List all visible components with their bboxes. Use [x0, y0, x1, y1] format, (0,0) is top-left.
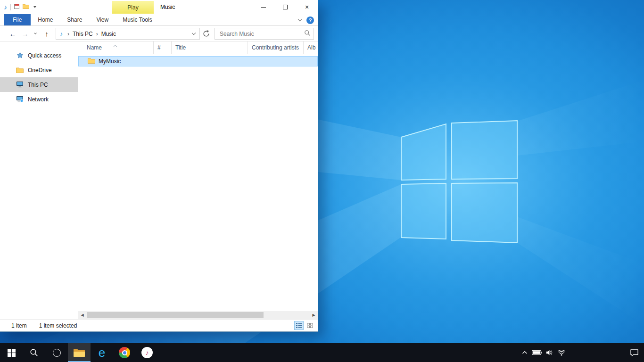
- taskbar-internet-explorer-button[interactable]: e: [91, 343, 113, 362]
- forward-button[interactable]: →: [19, 26, 31, 41]
- item-count: 1 item: [11, 322, 27, 329]
- tray-expand-icon[interactable]: [519, 343, 531, 362]
- wifi-network-icon[interactable]: [555, 343, 568, 362]
- minimize-button[interactable]: [253, 0, 274, 14]
- file-name: MyMusic: [99, 58, 121, 65]
- search-icon: [30, 348, 38, 357]
- music-folder-icon: ♪: [60, 31, 63, 37]
- scroll-right-icon[interactable]: ▶: [310, 311, 318, 319]
- taskbar-file-explorer-button[interactable]: [68, 343, 91, 362]
- tab-file[interactable]: File: [4, 14, 31, 25]
- tab-share[interactable]: Share: [60, 14, 89, 25]
- back-button[interactable]: ←: [7, 26, 19, 41]
- sidebar-item-this-pc[interactable]: This PC: [0, 77, 78, 92]
- caption-buttons: ×: [253, 0, 318, 14]
- this-pc-icon: [16, 81, 24, 88]
- taskbar-itunes-button[interactable]: ♪: [136, 343, 158, 362]
- scrollbar-thumb[interactable]: [87, 312, 264, 318]
- network-icon: [16, 96, 24, 103]
- tray-spacer: [568, 343, 624, 362]
- tab-music-tools[interactable]: Music Tools: [116, 14, 159, 25]
- taskbar: e ♪: [0, 343, 644, 362]
- sort-ascending-icon: [113, 42, 117, 49]
- breadcrumb-this-pc[interactable]: This PC: [72, 31, 94, 37]
- itunes-icon: ♪: [141, 347, 153, 358]
- search-input[interactable]: [219, 30, 304, 38]
- up-button[interactable]: ↑: [41, 26, 53, 41]
- battery-icon[interactable]: [531, 343, 543, 362]
- column-header-number[interactable]: #: [154, 41, 172, 54]
- status-bar: 1 item 1 item selected: [0, 319, 318, 331]
- tab-view[interactable]: View: [89, 14, 116, 25]
- file-explorer-icon: [73, 348, 85, 357]
- internet-explorer-icon: e: [99, 346, 105, 359]
- navigation-pane: Quick access OneDrive This PC Network: [0, 41, 78, 319]
- volume-icon[interactable]: [543, 343, 555, 362]
- help-icon[interactable]: ?: [306, 16, 314, 24]
- minimize-icon: [261, 7, 266, 8]
- ribbon-expand-chevron-icon[interactable]: [298, 17, 302, 21]
- system-tray: [519, 343, 644, 362]
- recent-locations-chevron-icon[interactable]: [32, 26, 39, 41]
- file-list: Name # Title Contributing artists Alb My…: [78, 41, 318, 319]
- large-icons-view-button[interactable]: [305, 321, 314, 330]
- refresh-icon[interactable]: [203, 30, 210, 39]
- ribbon-tab-row: File Home Share View Music Tools ?: [0, 14, 318, 26]
- onedrive-icon: [16, 67, 24, 73]
- qat-separator: [10, 4, 11, 10]
- qat-customize-chevron-icon[interactable]: [33, 6, 36, 8]
- selection-count: 1 item selected: [39, 322, 77, 329]
- music-app-icon: ♪: [4, 4, 7, 10]
- navigation-bar: ← → ↑ ♪ › This PC › Music: [0, 26, 318, 41]
- windows-logo-icon: [8, 349, 16, 357]
- close-icon: ×: [305, 3, 309, 11]
- breadcrumb-music[interactable]: Music: [100, 31, 117, 37]
- new-folder-icon[interactable]: [23, 4, 29, 10]
- sidebar-item-label: OneDrive: [28, 67, 52, 74]
- search-icon[interactable]: [304, 30, 311, 38]
- quick-access-star-icon: [16, 52, 24, 59]
- file-row-mymusic[interactable]: MyMusic: [78, 56, 318, 66]
- sidebar-item-label: This PC: [28, 82, 48, 88]
- maximize-button[interactable]: [274, 0, 296, 14]
- window-title: Music: [160, 0, 175, 14]
- quick-access-toolbar: ♪: [4, 0, 36, 14]
- sidebar-item-label: Network: [28, 96, 49, 103]
- maximize-icon: [283, 5, 288, 9]
- file-explorer-window: ♪ Play Music × File Home Share View Musi…: [0, 0, 318, 332]
- chrome-icon: [119, 347, 130, 358]
- column-header-title[interactable]: Title: [172, 41, 248, 54]
- column-header-contributing-artists[interactable]: Contributing artists: [248, 41, 304, 54]
- cortana-icon: [53, 349, 61, 357]
- title-bar: ♪ Play Music ×: [0, 0, 318, 14]
- action-center-icon[interactable]: [624, 343, 644, 362]
- column-headers: Name # Title Contributing artists Alb: [78, 41, 318, 54]
- sidebar-item-onedrive[interactable]: OneDrive: [0, 63, 78, 77]
- search-box: [215, 28, 314, 40]
- column-header-name[interactable]: Name: [78, 41, 154, 54]
- scroll-left-icon[interactable]: ◀: [78, 311, 86, 319]
- taskbar-search-button[interactable]: [23, 343, 45, 362]
- address-bar[interactable]: ♪ › This PC › Music: [56, 28, 200, 40]
- address-dropdown-chevron-icon[interactable]: [192, 31, 196, 35]
- sidebar-item-network[interactable]: Network: [0, 92, 78, 107]
- properties-icon[interactable]: [14, 4, 19, 10]
- breadcrumb-separator: ›: [94, 31, 100, 37]
- sidebar-item-quick-access[interactable]: Quick access: [0, 48, 78, 63]
- close-button[interactable]: ×: [296, 0, 318, 14]
- tab-home[interactable]: Home: [31, 14, 60, 25]
- contextual-tab-badge[interactable]: Play: [112, 1, 154, 14]
- breadcrumb-separator: ›: [65, 31, 72, 37]
- cortana-button[interactable]: [45, 343, 68, 362]
- folder-icon: [88, 58, 95, 65]
- sidebar-item-label: Quick access: [28, 52, 61, 59]
- column-header-album[interactable]: Alb: [304, 41, 318, 54]
- details-view-button[interactable]: [294, 321, 304, 330]
- horizontal-scrollbar[interactable]: ◀ ▶: [78, 311, 318, 319]
- start-button[interactable]: [0, 343, 23, 362]
- taskbar-chrome-button[interactable]: [113, 343, 136, 362]
